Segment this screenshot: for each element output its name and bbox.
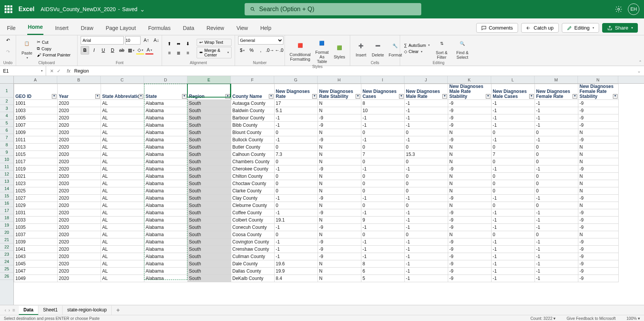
- cell[interactable]: 0: [361, 231, 405, 238]
- cell[interactable]: South: [188, 216, 231, 223]
- cell[interactable]: Alabama: [144, 260, 188, 267]
- cell[interactable]: -1: [405, 121, 448, 129]
- cell[interactable]: 0: [535, 172, 578, 180]
- cell[interactable]: Chambers County: [231, 158, 275, 165]
- row-header-5[interactable]: 5: [0, 119, 13, 127]
- italic-button[interactable]: I: [90, 46, 98, 55]
- cell[interactable]: 1005: [14, 114, 58, 121]
- cell[interactable]: -9: [318, 114, 361, 121]
- cell[interactable]: Calhoun County: [231, 151, 275, 158]
- cell[interactable]: -1: [492, 136, 535, 143]
- cell[interactable]: -1: [405, 223, 448, 231]
- cell[interactable]: -1: [361, 253, 405, 260]
- cell[interactable]: South: [188, 187, 231, 194]
- row-header-12[interactable]: 12: [0, 170, 13, 178]
- cell[interactable]: -1: [361, 194, 405, 202]
- cell[interactable]: -9: [578, 253, 619, 260]
- cell[interactable]: 0: [275, 202, 318, 209]
- cell[interactable]: -9: [448, 165, 492, 172]
- cell[interactable]: 8: [361, 260, 405, 267]
- cell[interactable]: AL: [101, 238, 144, 245]
- cell[interactable]: 1045: [14, 260, 58, 267]
- filter-dropdown-icon[interactable]: ▾: [95, 94, 100, 99]
- cell[interactable]: AL: [101, 260, 144, 267]
- status-count[interactable]: Count: 3222 ▾: [530, 316, 556, 321]
- cell[interactable]: -9: [578, 165, 619, 172]
- cell[interactable]: 2020: [58, 202, 101, 209]
- comma-button[interactable]: ,: [257, 46, 265, 55]
- cell[interactable]: -1: [492, 121, 535, 129]
- cell[interactable]: -9: [448, 245, 492, 253]
- row-header-20[interactable]: 20: [0, 229, 13, 236]
- cell[interactable]: -1: [405, 114, 448, 121]
- cell[interactable]: 2020: [58, 223, 101, 231]
- cell[interactable]: N: [448, 172, 492, 180]
- filter-dropdown-icon[interactable]: ▾: [312, 94, 317, 99]
- cell[interactable]: AL: [101, 143, 144, 151]
- wrap-text-button[interactable]: ↩ Wrap Text: [197, 39, 232, 46]
- cell[interactable]: -1: [405, 238, 448, 245]
- tab-file[interactable]: File: [6, 21, 17, 35]
- find-select-button[interactable]: 🔍Find & Select: [453, 36, 472, 60]
- row-header-16[interactable]: 16: [0, 200, 13, 207]
- filter-dropdown-icon[interactable]: ▾: [182, 94, 187, 99]
- cell[interactable]: 1043: [14, 253, 58, 260]
- delete-cells-button[interactable]: ➖Delete: [370, 39, 386, 58]
- cell[interactable]: 0: [275, 180, 318, 187]
- column-header-A[interactable]: A: [14, 76, 57, 83]
- cell[interactable]: -9: [318, 223, 361, 231]
- file-name-block[interactable]: AIDSVu_County_NewDX_2020 - Saved ⌄: [41, 6, 145, 13]
- cell[interactable]: 1027: [14, 194, 58, 202]
- cell[interactable]: AL: [101, 231, 144, 238]
- cell[interactable]: Alabama: [144, 187, 188, 194]
- cell[interactable]: South: [188, 129, 231, 136]
- cell[interactable]: -9: [578, 121, 619, 129]
- comments-button[interactable]: Comments: [476, 23, 518, 33]
- cell[interactable]: N: [448, 143, 492, 151]
- cell[interactable]: 2020: [58, 238, 101, 245]
- header-cell[interactable]: Year▾: [58, 84, 101, 100]
- cell[interactable]: -9: [448, 99, 492, 107]
- align-middle-button[interactable]: ⬌: [174, 40, 183, 48]
- cell[interactable]: 8: [361, 99, 405, 107]
- cell[interactable]: 2020: [58, 143, 101, 151]
- column-header-E[interactable]: E: [187, 76, 231, 83]
- cell[interactable]: -1: [492, 209, 535, 216]
- row-header-15[interactable]: 15: [0, 192, 13, 200]
- cell[interactable]: -1: [361, 114, 405, 121]
- cell[interactable]: -1: [492, 107, 535, 114]
- cell[interactable]: -9: [578, 209, 619, 216]
- cell[interactable]: 1029: [14, 202, 58, 209]
- cell[interactable]: 1003: [14, 107, 58, 114]
- cell[interactable]: 1013: [14, 143, 58, 151]
- cell[interactable]: -1: [492, 223, 535, 231]
- cell[interactable]: -9: [318, 253, 361, 260]
- header-cell[interactable]: State▾: [144, 84, 188, 100]
- search-input[interactable]: Search (Option + Q): [245, 3, 421, 15]
- row-header-24[interactable]: 24: [0, 258, 13, 265]
- cell[interactable]: -9: [448, 253, 492, 260]
- row-header-14[interactable]: 14: [0, 185, 13, 192]
- tab-insert[interactable]: Insert: [54, 21, 69, 35]
- header-cell[interactable]: GEO ID▾: [14, 84, 58, 100]
- cell[interactable]: 0: [492, 231, 535, 238]
- row-header-2[interactable]: 2: [0, 98, 13, 105]
- column-header-L[interactable]: L: [491, 76, 535, 83]
- number-format-select[interactable]: General: [238, 36, 283, 45]
- row-header-7[interactable]: 7: [0, 134, 13, 141]
- cell[interactable]: N: [318, 260, 361, 267]
- app-launcher-icon[interactable]: [5, 5, 12, 13]
- cell[interactable]: 1047: [14, 267, 58, 275]
- cell[interactable]: South: [188, 151, 231, 158]
- insert-cells-button[interactable]: ➕Insert: [353, 39, 369, 58]
- cell[interactable]: -1: [275, 238, 318, 245]
- cell[interactable]: 0: [492, 172, 535, 180]
- cell[interactable]: AL: [101, 187, 144, 194]
- borders-button[interactable]: ▦▾: [127, 46, 135, 55]
- cell[interactable]: -1: [405, 275, 448, 282]
- cell[interactable]: -9: [448, 275, 492, 282]
- cell[interactable]: AL: [101, 194, 144, 202]
- cell[interactable]: 0: [405, 202, 448, 209]
- cell[interactable]: -9: [578, 194, 619, 202]
- cell[interactable]: Cleburne County: [231, 202, 275, 209]
